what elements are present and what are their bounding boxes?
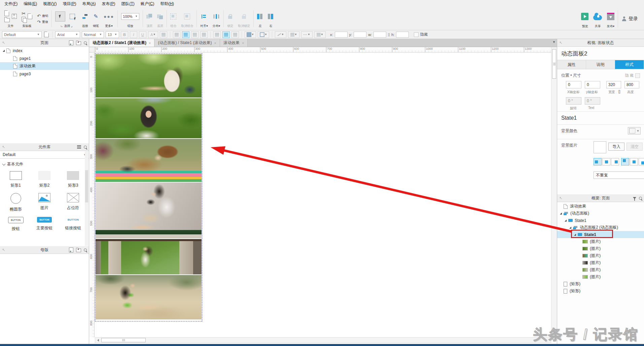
background-color-picker[interactable]: ▼ (628, 127, 641, 134)
menu-item-8[interactable]: 帮助(H) (157, 0, 177, 8)
menu-item-7[interactable]: 账户(C) (138, 0, 157, 8)
align-image-right-button[interactable] (611, 158, 619, 165)
expander-icon[interactable] (569, 227, 571, 229)
text-rotation-input[interactable] (585, 97, 600, 105)
text-align-center-button[interactable] (182, 31, 189, 38)
vertical-scroll-thumb[interactable] (552, 49, 556, 79)
outline-item-9[interactable]: (图片) (557, 266, 644, 273)
font-size-select[interactable]: 13▼ (106, 31, 119, 38)
arrow-style-button[interactable]: ▼ (314, 31, 326, 38)
share-button[interactable]: 共享 (591, 7, 604, 30)
add-master-icon[interactable] (69, 247, 73, 253)
search-icon[interactable] (84, 146, 87, 149)
border-color-button[interactable]: ▼ (258, 31, 269, 38)
ungroup-group[interactable]: 取消组合 (179, 7, 195, 30)
unlock-group[interactable]: 取消锁定 (236, 7, 252, 30)
font-weight-select[interactable]: Normal▼ (82, 31, 104, 38)
rotation-input[interactable] (566, 97, 581, 105)
tab-overflow-icon[interactable]: ▼ (552, 40, 556, 44)
send-back-group[interactable]: 底层 (155, 7, 166, 30)
outline-item-10[interactable]: (图片) (557, 273, 644, 280)
wh-link-icon[interactable]: [] (388, 33, 390, 36)
menu-item-6[interactable]: 团队(T) (118, 0, 137, 8)
outline-item-7[interactable]: (图片) (557, 252, 644, 259)
align-image-left-button[interactable] (594, 158, 602, 165)
library-item-2[interactable]: 矩形3 (59, 171, 87, 188)
canvas-tab-2[interactable]: 滚动效果× (220, 39, 248, 47)
connect-group[interactable]: 连接 (80, 7, 91, 30)
menu-item-1[interactable]: 编辑(E) (21, 0, 40, 8)
undo-button[interactable]: ↶ 撤销 (37, 14, 48, 18)
menu-item-3[interactable]: 项目(P) (60, 0, 79, 8)
library-scrollbar[interactable] (85, 151, 88, 246)
selected-widget-name[interactable]: 动态面板2 (557, 47, 644, 60)
canvas-image-6[interactable] (96, 275, 202, 319)
library-item-5[interactable]: 占位符 (59, 193, 87, 212)
fill-color-button[interactable]: ▼ (245, 31, 256, 38)
page-tree-item-0[interactable]: index (0, 47, 89, 54)
page-tree-item-2[interactable]: 滚动效果 (0, 62, 89, 70)
line-style-button[interactable]: ▼ (288, 31, 299, 38)
canvas-image-1[interactable] (96, 54, 202, 98)
preview-button[interactable]: 预览 (579, 7, 591, 30)
save-icon[interactable] (12, 14, 17, 19)
bold-button[interactable]: B (121, 31, 128, 38)
background-repeat-select[interactable]: 不重复▼ (594, 171, 644, 179)
page-tree-item-3[interactable]: page3 (0, 70, 89, 78)
dash-style-button[interactable]: ▼ (301, 31, 313, 38)
horizontal-scrollbar[interactable] (95, 337, 551, 343)
library-section-header[interactable]: 基本元件 (0, 159, 89, 168)
canvas-image-4[interactable] (96, 183, 202, 238)
login-button[interactable]: 登录 (619, 7, 641, 30)
file-group[interactable]: 文件 (2, 7, 19, 30)
tab-close-icon[interactable]: × (149, 41, 151, 45)
collapse-panel-icon[interactable]: ↖ (2, 248, 5, 252)
background-image-swatch[interactable] (594, 141, 606, 153)
filter-icon[interactable] (633, 197, 636, 199)
hidden-checkbox[interactable] (635, 73, 640, 78)
library-item-4[interactable]: 图片 (30, 193, 59, 212)
menu-item-0[interactable]: 文件(F) (1, 0, 21, 8)
menu-item-4[interactable]: 布局(A) (79, 0, 99, 8)
scroll-left-arrow[interactable] (95, 338, 101, 343)
expander-icon[interactable] (3, 50, 5, 52)
font-color-button[interactable]: A▼ (148, 31, 158, 38)
menu-item-5[interactable]: 发布(P) (99, 0, 118, 8)
inspector-tab-2[interactable]: 样式 (615, 60, 644, 69)
open-file-icon[interactable] (4, 18, 10, 22)
page-tree-item-1[interactable]: page1 (0, 54, 89, 62)
add-page-icon[interactable] (69, 40, 73, 45)
canvas-tab-0[interactable]: 动态面板2 / State1 (滚动效果)× (89, 39, 154, 47)
width-input[interactable] (606, 81, 621, 88)
underline-button[interactable]: U (139, 31, 146, 38)
bring-front-group[interactable]: 顶层 (144, 7, 155, 30)
pen-group[interactable]: ✎ 钢笔 (91, 7, 101, 30)
outline-item-12[interactable]: (矩形) (557, 287, 644, 295)
hide-checkbox[interactable] (414, 32, 419, 37)
add-folder-icon[interactable] (76, 248, 81, 252)
clipboard-group[interactable]: ✂ 剪贴板 (19, 7, 35, 30)
align-image-bottom-button[interactable] (639, 158, 644, 165)
update-style-icon[interactable] (43, 31, 49, 38)
paste-icon[interactable] (28, 13, 32, 19)
dynamic-panel-selection[interactable] (95, 53, 202, 321)
height-input[interactable] (624, 81, 639, 88)
align-left-group[interactable]: 左 (255, 7, 265, 30)
library-item-1[interactable]: 矩形2 (30, 171, 59, 188)
cut-icon[interactable]: ✂ (22, 11, 26, 16)
outline-item-8[interactable]: (图片) (557, 259, 644, 266)
hidden-toggle[interactable]: 隐 藏 (625, 73, 640, 78)
text-align-right-button[interactable] (191, 31, 199, 38)
search-icon[interactable] (84, 41, 87, 44)
expander-icon[interactable] (565, 220, 567, 222)
canvas-image-3[interactable] (96, 139, 202, 182)
outline-item-5[interactable]: (图片) (557, 238, 644, 245)
vertical-align-top-button[interactable] (213, 31, 221, 38)
inspector-tab-0[interactable]: 属性 (557, 60, 586, 69)
library-item-6[interactable]: BUTTON按钮 (1, 217, 30, 232)
outline-item-1[interactable]: (动态面板) (557, 210, 644, 217)
select-intersect-button[interactable] (55, 11, 65, 22)
line-width-button[interactable]: ▼ (275, 31, 286, 38)
library-item-7[interactable]: BUTTON主要按钮 (30, 217, 59, 232)
text-align-left-button[interactable] (173, 31, 180, 38)
